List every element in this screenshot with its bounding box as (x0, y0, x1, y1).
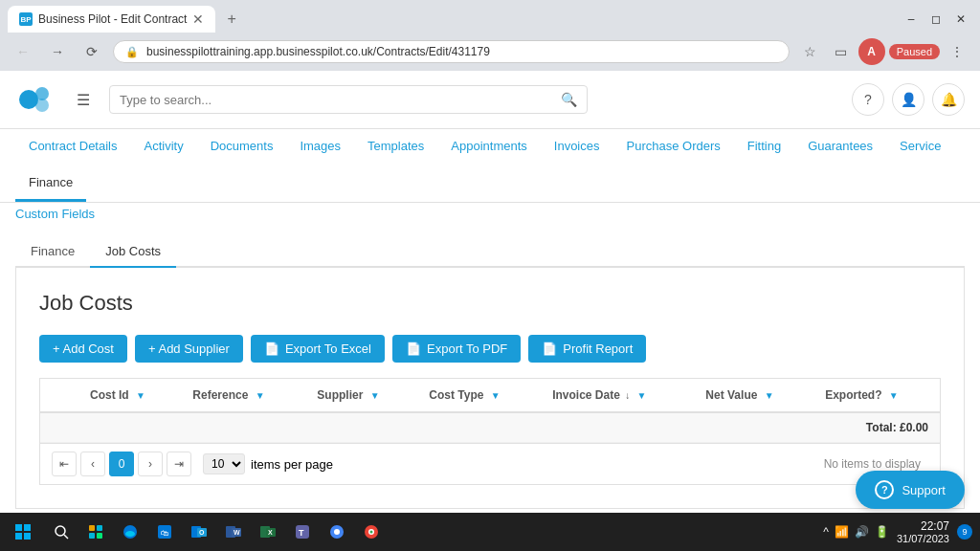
search-icon: 🔍 (561, 92, 577, 107)
taskbar-teams-icon[interactable]: T (287, 517, 318, 547)
nav-tab-guarantees[interactable]: Guarantees (794, 129, 886, 165)
sub-tab-job-costs[interactable]: Job Costs (90, 236, 176, 268)
svg-rect-11 (97, 525, 102, 531)
taskbar-date: 31/07/2023 (897, 533, 949, 544)
taskbar-battery-icon[interactable]: 🔋 (875, 525, 889, 539)
notification-badge[interactable]: 9 (957, 524, 972, 540)
tab-favicon: BP (19, 12, 33, 26)
bookmark-star-icon[interactable]: ☆ (797, 38, 824, 65)
profit-report-button[interactable]: 📄 Profit Report (528, 335, 646, 363)
user-button[interactable]: 👤 (892, 83, 924, 116)
page-first-button[interactable]: ⇤ (52, 452, 77, 476)
taskbar-search-icon[interactable] (46, 517, 77, 547)
taskbar-store-icon[interactable]: 🛍 (149, 517, 180, 547)
sub-tab-finance[interactable]: Finance (15, 236, 90, 268)
menu-icon[interactable]: ⋮ (944, 38, 970, 65)
export-excel-button[interactable]: 📄 Export To Excel (251, 335, 385, 363)
taskbar-chevron-icon[interactable]: ^ (823, 525, 829, 539)
svg-point-3 (35, 99, 49, 112)
window-controls: – ◻ ✕ (900, 8, 972, 31)
reference-filter-icon[interactable]: ▼ (256, 390, 265, 401)
add-cost-button[interactable]: + Add Cost (39, 335, 127, 363)
notifications-button[interactable]: 🔔 (932, 83, 965, 116)
svg-text:O: O (199, 529, 205, 536)
page-current-button[interactable]: 0 (109, 452, 134, 476)
custom-fields-tab[interactable]: Custom Fields (15, 203, 95, 227)
nav-tab-templates[interactable]: Templates (354, 129, 437, 165)
help-button[interactable]: ? (852, 83, 884, 116)
svg-line-9 (64, 535, 68, 539)
taskbar-outlook-icon[interactable]: O (184, 517, 214, 547)
new-tab-button[interactable]: + (219, 7, 243, 32)
exported-filter-icon[interactable]: ▼ (889, 390, 899, 401)
nav-tab-invoices[interactable]: Invoices (541, 129, 613, 165)
forward-button[interactable]: → (44, 38, 71, 65)
taskbar-clock: 22:07 (897, 519, 949, 533)
taskbar-excel-icon[interactable]: X (253, 517, 283, 547)
add-supplier-button[interactable]: + Add Supplier (135, 335, 243, 363)
svg-point-1 (19, 90, 38, 109)
nav-tab-fitting[interactable]: Fitting (734, 129, 794, 165)
svg-rect-12 (89, 533, 95, 539)
support-icon: ? (875, 480, 894, 499)
search-input[interactable] (120, 93, 553, 107)
address-bar[interactable]: 🔒 businesspilottraining.app.businesspilo… (113, 40, 790, 63)
back-button[interactable]: ← (10, 38, 36, 65)
svg-rect-5 (24, 524, 31, 531)
export-pdf-button[interactable]: 📄 Export To PDF (392, 335, 521, 363)
close-tab-icon[interactable]: ✕ (192, 11, 204, 27)
nav-tab-purchase-orders[interactable]: Purchase Orders (613, 129, 734, 165)
net-value-filter-icon[interactable]: ▼ (765, 390, 774, 401)
taskbar-time[interactable]: 22:07 31/07/2023 (897, 519, 949, 544)
no-items-label: No items to display (824, 457, 928, 471)
taskbar-chrome-icon[interactable] (322, 517, 352, 547)
taskbar-chrome2-icon[interactable] (356, 517, 387, 547)
svg-rect-7 (24, 533, 31, 540)
svg-point-15 (125, 531, 135, 537)
hamburger-icon[interactable]: ☰ (69, 87, 98, 113)
invoice-date-filter-icon[interactable]: ▼ (637, 390, 647, 401)
taskbar-edge-icon[interactable] (115, 517, 145, 547)
cost-type-filter-icon[interactable]: ▼ (491, 390, 501, 401)
support-button[interactable]: ? Support (856, 471, 965, 509)
cost-id-filter-icon[interactable]: ▼ (136, 390, 145, 401)
nav-tab-images[interactable]: Images (286, 129, 354, 165)
taskbar-pinned-icons: 🛍 O W X T (38, 517, 823, 547)
page-last-button[interactable]: ⇥ (167, 452, 191, 476)
nav-tab-finance[interactable]: Finance (15, 165, 86, 202)
taskbar-volume-icon[interactable]: 🔊 (855, 525, 869, 539)
profile-avatar[interactable]: A (858, 38, 885, 65)
minimize-button[interactable]: – (900, 8, 923, 31)
supplier-filter-icon[interactable]: ▼ (370, 390, 380, 401)
url-text: businesspilottraining.app.businesspilot.… (146, 45, 777, 58)
actions-row: + Add Cost + Add Supplier 📄 Export To Ex… (39, 335, 941, 363)
restore-button[interactable]: ◻ (924, 8, 947, 31)
taskbar-files-icon[interactable] (80, 517, 111, 547)
taskbar-word-icon[interactable]: W (218, 517, 249, 547)
nav-tab-contract-details[interactable]: Contract Details (15, 129, 130, 165)
nav-tab-documents[interactable]: Documents (197, 129, 287, 165)
th-checkbox (40, 379, 78, 412)
page-next-button[interactable]: › (138, 452, 163, 476)
nav-tab-appointments[interactable]: Appointments (437, 129, 541, 165)
bp-logo-svg (15, 78, 57, 121)
start-button[interactable] (8, 517, 38, 547)
search-bar[interactable]: 🔍 (109, 85, 588, 114)
browser-toolbar-icons: ☆ ▭ A Paused ⋮ (797, 38, 970, 65)
nav-tab-activity[interactable]: Activity (130, 129, 196, 165)
svg-rect-13 (97, 533, 102, 539)
job-costs-table: Cost Id ▼ Reference ▼ Supplier ▼ (40, 379, 940, 443)
items-per-page-label: items per page (251, 457, 333, 472)
close-window-button[interactable]: ✕ (949, 8, 972, 31)
invoice-date-sort-icon[interactable]: ↓ (625, 390, 630, 401)
taskbar-right: ^ 📶 🔊 🔋 22:07 31/07/2023 9 (823, 519, 972, 544)
main-content: Finance Job Costs Job Costs + Add Cost +… (0, 221, 980, 524)
nav-tab-service[interactable]: Service (886, 129, 954, 165)
extensions-icon[interactable]: ▭ (828, 38, 855, 65)
active-browser-tab[interactable]: BP Business Pilot - Edit Contract ✕ (8, 6, 215, 33)
page-prev-button[interactable]: ‹ (80, 452, 105, 476)
reload-button[interactable]: ⟳ (78, 38, 105, 65)
taskbar-wifi-icon[interactable]: 📶 (835, 525, 849, 539)
panel-title: Job Costs (39, 291, 941, 316)
items-per-page-select[interactable]: 10 25 50 (203, 453, 245, 474)
